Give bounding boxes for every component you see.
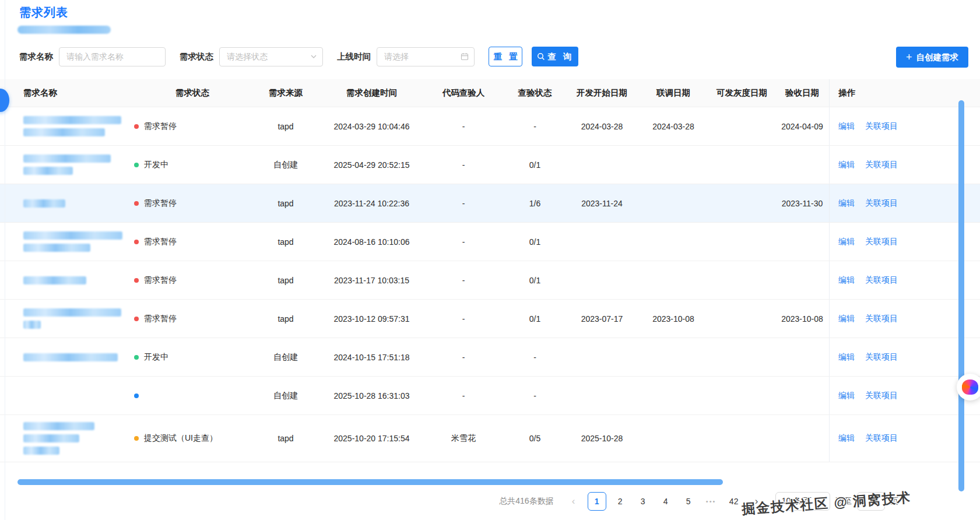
created-time-cell: 2025-10-20 17:15:54: [321, 434, 423, 443]
col-header-source[interactable]: 需求来源: [251, 87, 321, 99]
calendar-icon: [461, 52, 469, 61]
code-checker-cell: -: [423, 353, 504, 362]
edit-link[interactable]: 编辑: [838, 433, 855, 444]
col-header-check-status[interactable]: 查验状态: [504, 87, 565, 99]
table-row[interactable]: 自创建 2025-10-28 16:31:03 - - 编辑 关联项目: [0, 377, 980, 415]
page-button-5[interactable]: 5: [680, 492, 697, 511]
col-header-joint-debug[interactable]: 联调日期: [638, 87, 708, 99]
status-dot: [134, 163, 139, 167]
name-filter-label: 需求名称: [19, 51, 53, 62]
operations-cell: 编辑 关联项目: [829, 338, 980, 376]
query-button[interactable]: 查 询: [532, 47, 578, 66]
edit-link[interactable]: 编辑: [838, 237, 855, 247]
table-row[interactable]: 需求暂停 tapd 2024-03-29 10:04:46 - - 2024-0…: [0, 107, 980, 146]
code-checker-cell: -: [423, 314, 504, 324]
operations-cell: 编辑 关联项目: [829, 300, 980, 338]
reset-button[interactable]: 重 置: [489, 47, 522, 66]
requirements-table: 需求名称 需求状态 需求来源 需求创建时间 代码查验人 查验状态 开发开始日期 …: [0, 79, 980, 462]
table-row[interactable]: 提交测试（UI走查） tapd 2025-10-20 17:15:54 米雪花 …: [0, 415, 980, 462]
link-project-link[interactable]: 关联项目: [865, 121, 898, 132]
horizontal-scrollbar[interactable]: [17, 479, 723, 485]
page-title: 需求列表: [19, 5, 980, 20]
vertical-scrollbar[interactable]: [958, 100, 964, 491]
link-project-link[interactable]: 关联项目: [865, 352, 898, 363]
table-body: 需求暂停 tapd 2024-03-29 10:04:46 - - 2024-0…: [0, 107, 980, 462]
edit-link[interactable]: 编辑: [838, 121, 855, 132]
source-cell: 自创建: [251, 160, 321, 170]
check-status-cell: 0/1: [504, 276, 565, 285]
operations-cell: 编辑 关联项目: [829, 223, 980, 261]
link-project-link[interactable]: 关联项目: [865, 314, 898, 324]
page-button-2[interactable]: 2: [612, 492, 629, 511]
table-row[interactable]: 需求暂停 tapd 2023-11-17 10:03:15 - 0/1 编辑 关…: [0, 261, 980, 300]
status-filter-select[interactable]: [219, 47, 323, 66]
more-pages-ellipsis[interactable]: •••: [702, 492, 720, 511]
table-row[interactable]: 开发中 自创建 2024-10-15 17:51:18 - - 编辑 关联项目: [0, 338, 980, 377]
edit-link[interactable]: 编辑: [838, 160, 855, 170]
edit-link[interactable]: 编辑: [838, 314, 855, 324]
table-row[interactable]: 需求暂停 tapd 2023-10-12 09:57:31 - 0/1 2023…: [0, 300, 980, 338]
source-cell: tapd: [251, 434, 321, 443]
col-header-acceptance[interactable]: 验收日期: [775, 87, 829, 99]
page-button-4[interactable]: 4: [657, 492, 675, 511]
dev-start-cell: 2023-11-24: [565, 199, 638, 208]
page-button-last[interactable]: 42: [725, 492, 743, 511]
table-row[interactable]: 开发中 自创建 2025-04-29 20:52:15 - 0/1 编辑 关联项…: [0, 146, 980, 184]
edit-link[interactable]: 编辑: [838, 352, 855, 363]
link-project-link[interactable]: 关联项目: [865, 433, 898, 444]
link-project-link[interactable]: 关联项目: [865, 275, 898, 286]
edit-link[interactable]: 编辑: [838, 275, 855, 286]
plus-icon: +: [906, 52, 912, 62]
source-cell: 自创建: [251, 352, 321, 363]
create-requirement-button[interactable]: + 自创建需求: [896, 47, 968, 68]
link-project-link[interactable]: 关联项目: [865, 160, 898, 170]
filter-bar: 需求名称 需求状态 上线时间 重 置 查 询 + 自创建需求: [19, 47, 980, 66]
edit-link[interactable]: 编辑: [838, 198, 855, 209]
col-header-dev-start[interactable]: 开发开始日期: [565, 87, 638, 99]
link-project-link[interactable]: 关联项目: [865, 391, 898, 401]
search-icon: [537, 52, 545, 61]
status-label: 需求暂停: [144, 198, 177, 209]
status-dot: [134, 355, 139, 360]
online-time-date-picker[interactable]: [377, 47, 475, 66]
col-header-gray-release[interactable]: 可发灰度日期: [708, 87, 775, 99]
col-header-name[interactable]: 需求名称: [15, 87, 134, 99]
page-button-1[interactable]: 1: [588, 492, 606, 511]
operations-cell: 编辑 关联项目: [829, 415, 980, 462]
status-dot: [134, 278, 139, 283]
code-checker-cell: -: [423, 391, 504, 400]
page-button-3[interactable]: 3: [634, 492, 652, 511]
table-row[interactable]: 需求暂停 tapd 2023-11-24 10:22:36 - 1/6 2023…: [0, 184, 980, 223]
check-status-cell: 0/1: [504, 237, 565, 247]
status-label: 需求暂停: [144, 121, 177, 132]
col-header-status[interactable]: 需求状态: [134, 87, 251, 99]
col-header-checker[interactable]: 代码查验人: [423, 87, 504, 99]
created-time-cell: 2024-03-29 10:04:46: [321, 122, 423, 131]
link-project-link[interactable]: 关联项目: [865, 237, 898, 247]
status-dot: [134, 317, 139, 321]
check-status-cell: -: [504, 391, 565, 400]
created-time-cell: 2025-04-29 20:52:15: [321, 160, 423, 170]
chevron-down-icon: [310, 53, 317, 60]
redacted-requirement-name: [23, 231, 128, 252]
code-checker-cell: -: [423, 199, 504, 208]
name-filter-input[interactable]: [59, 47, 166, 66]
table-row[interactable]: 需求暂停 tapd 2024-08-16 10:10:06 - 0/1 编辑 关…: [0, 223, 980, 261]
page-header: 需求列表: [0, 0, 980, 34]
prev-page-button[interactable]: ‹: [565, 492, 582, 511]
check-status-cell: -: [504, 122, 565, 131]
online-time-filter: [377, 47, 475, 66]
source-cell: tapd: [251, 314, 321, 324]
status-label: 需求暂停: [144, 237, 177, 247]
redacted-requirement-name: [23, 116, 128, 136]
col-header-created[interactable]: 需求创建时间: [321, 87, 423, 99]
edit-link[interactable]: 编辑: [838, 391, 855, 401]
col-header-operations: 操作: [829, 79, 980, 107]
dev-start-cell: 2023-07-17: [565, 314, 638, 324]
created-time-cell: 2023-11-17 10:03:15: [321, 276, 423, 285]
link-project-link[interactable]: 关联项目: [865, 198, 898, 209]
status-dot: [134, 436, 139, 441]
assistant-float-button[interactable]: [957, 374, 980, 400]
operations-cell: 编辑 关联项目: [829, 261, 980, 299]
status-label: 开发中: [144, 352, 168, 363]
